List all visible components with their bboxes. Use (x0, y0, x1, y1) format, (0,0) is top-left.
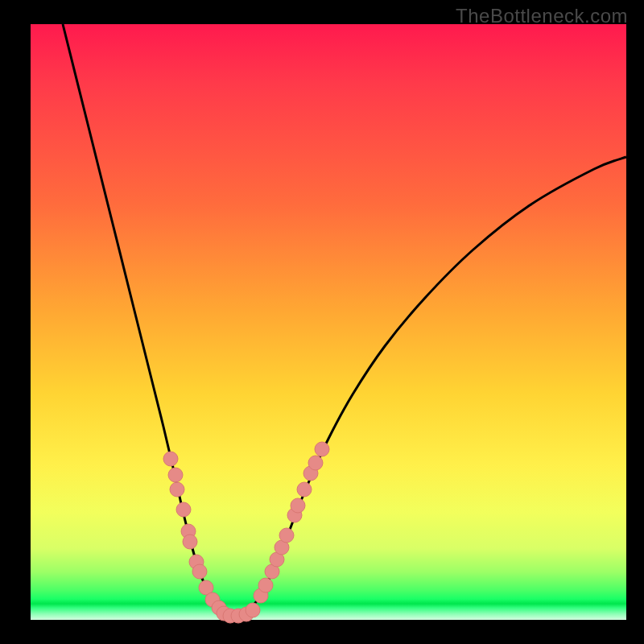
curve-right (233, 157, 626, 616)
curve-left (63, 24, 233, 616)
data-point (183, 535, 197, 549)
data-point (163, 452, 178, 466)
scatter-left (163, 452, 226, 615)
data-point (192, 564, 207, 579)
chart-stage: TheBottleneck.com (0, 0, 644, 644)
curve-svg (31, 24, 626, 620)
scatter-bottom (217, 603, 260, 623)
data-point (315, 442, 329, 456)
data-point (246, 603, 260, 617)
plot-area (31, 24, 626, 620)
data-point (291, 498, 305, 513)
data-point (297, 482, 312, 497)
data-point (279, 528, 294, 543)
data-point (258, 578, 273, 592)
data-point (170, 482, 184, 497)
data-point (168, 468, 183, 482)
data-point (176, 502, 191, 517)
data-point (308, 456, 323, 470)
